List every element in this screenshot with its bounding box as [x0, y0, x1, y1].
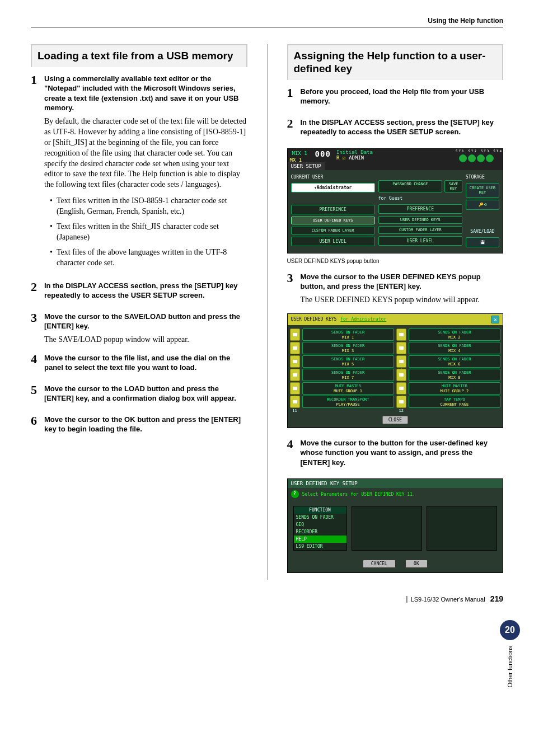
udk-key-label: SENDS ON FADERMIX 2 [409, 328, 500, 341]
step-text: The SAVE/LOAD popup window will appear. [44, 335, 247, 345]
user-defined-keys-button-guest[interactable]: USER DEFINED KEYS [378, 216, 462, 224]
ch-knob-icon [459, 154, 467, 162]
udk-title: USER DEFINED KEYS [291, 317, 337, 322]
step-number: 5 [31, 384, 40, 407]
step-number: 6 [31, 415, 40, 438]
udk-key-button[interactable]: 10 [396, 382, 406, 395]
function-option[interactable]: GEQ [294, 521, 346, 528]
udk-key-label: SENDS ON FADERMIX 3 [302, 342, 394, 354]
step-title: Move the cursor to the LOAD button and p… [44, 384, 247, 403]
step-text: By default, the character code set of th… [44, 116, 247, 190]
step-title: Move the cursor to the USER DEFINED KEYS… [301, 272, 504, 292]
step-number: 3 [31, 312, 40, 345]
ch-knob-icon [486, 154, 494, 162]
left-column: Loading a text file from a USB memory 1 … [31, 44, 247, 580]
udk-key-button[interactable]: 1 [290, 328, 300, 341]
user-level-button[interactable]: USER LEVEL [291, 237, 375, 246]
udk-key-button[interactable]: 9 [290, 382, 300, 395]
usb-key-icon[interactable]: 🔑⟲ [466, 200, 499, 210]
screenshot-caption: USER DEFINED KEYS popup button [287, 258, 504, 264]
left-heading: Loading a text file from a USB memory [31, 44, 247, 67]
preference-button-guest[interactable]: PREFERENCE [378, 204, 462, 214]
udk-key-label: SENDS ON FADERMIX 4 [409, 342, 500, 354]
udk-key-button[interactable]: 7 [290, 369, 300, 381]
step-title: In the DISPLAY ACCESS section, press the… [301, 118, 504, 137]
step-bullets: Text files written in the ISO-8859-1 cha… [44, 196, 247, 268]
left-step-6: 6 Move the cursor to the OK button and p… [31, 415, 247, 438]
udk-key-label: MUTE MASTERMUTE GROUP 1 [302, 382, 394, 395]
close-icon[interactable]: ✕ [491, 316, 499, 323]
ch-labels: ST1 ST2 ST3 ST4 [456, 149, 503, 153]
bullet-item: Text files written in the ISO-8859-1 cha… [50, 196, 247, 217]
udk-key-button[interactable]: 5 [290, 355, 300, 368]
udk-key-button[interactable]: 3 [290, 342, 300, 354]
udk-key-button[interactable]: 12 [396, 396, 406, 408]
function-option[interactable]: LS9 EDITOR [294, 543, 346, 550]
scene-number: 000 [312, 149, 334, 161]
step-number: 3 [287, 272, 296, 306]
setup-hint-text: Select Parameters for USER DEFINED KEY 1… [302, 492, 415, 497]
create-user-key-button[interactable]: CREATE USER KEY [466, 183, 499, 198]
left-step-3: 3 Move the cursor to the SAVE/LOAD butto… [31, 312, 247, 345]
udk-key-button[interactable]: 4 [396, 342, 406, 354]
storage-label: STORAGE [466, 173, 499, 181]
ch-knob-icon [468, 154, 476, 162]
right-column: Assigning the Help function to a user-de… [287, 44, 504, 580]
cancel-button[interactable]: CANCEL [363, 560, 396, 568]
bus-label-top: MIX 1 [290, 149, 310, 157]
save-load-label: SAVE/LOAD [466, 228, 499, 235]
step-title: Move the cursor to the SAVE/LOAD button … [44, 312, 247, 331]
setup-title: USER DEFINED KEY SETUP [288, 479, 503, 488]
function-option[interactable]: RECORDER [294, 528, 346, 536]
udk-key-label: SENDS ON FADERMIX 6 [409, 355, 500, 368]
password-change-button[interactable]: PASSWORD CHANGE [378, 180, 442, 192]
administrator-button[interactable]: ▾Administrator [291, 183, 375, 192]
step-title: Move the cursor to the button for the us… [301, 438, 504, 468]
udk-key-button[interactable]: 2 [396, 328, 406, 341]
close-button[interactable]: CLOSE [382, 416, 408, 424]
right-step-4: 4 Move the cursor to the button for the … [287, 438, 504, 471]
step-title: Move the cursor to the file list, and us… [44, 353, 247, 373]
step-number: 4 [287, 438, 296, 471]
user-setup-screenshot: MIX 1 MX 1 000 Initial Data R ☑ADMIN ST1… [287, 148, 504, 253]
udk-key-button[interactable]: 8 [396, 369, 406, 381]
page-number: 219 [490, 594, 503, 603]
scene-name: Initial Data [336, 149, 373, 155]
scene-admin: ADMIN [349, 155, 364, 161]
step-title: Move the cursor to the OK button and pre… [44, 415, 247, 434]
param-box-2 [427, 506, 497, 551]
scene-readonly: R ☑ [336, 155, 345, 161]
user-defined-keys-button[interactable]: USER DEFINED KEYS [291, 217, 375, 224]
function-option-selected[interactable]: HELP [294, 536, 346, 543]
ok-button[interactable]: OK [405, 560, 428, 568]
custom-fader-layer-button[interactable]: CUSTOM FADER LAYER [291, 227, 375, 234]
function-header: FUNCTION [294, 506, 346, 514]
udk-key-label: RECORDER TRANSPORTPLAY/PAUSE [302, 396, 394, 408]
udk-key-label: SENDS ON FADERMIX 8 [409, 369, 500, 381]
step-number: 1 [287, 87, 296, 110]
left-step-4: 4 Move the cursor to the file list, and … [31, 353, 247, 376]
udk-key-button[interactable]: 11 [290, 396, 300, 408]
column-divider [267, 44, 268, 580]
custom-fader-layer-button-guest[interactable]: CUSTOM FADER LAYER [378, 226, 462, 234]
param-box-1 [352, 506, 422, 551]
udk-key-button[interactable]: 6 [396, 355, 406, 368]
screen-tab: USER SETUP [288, 162, 325, 170]
preference-button[interactable]: PREFERENCE [291, 205, 375, 214]
udk-setup-screenshot: USER DEFINED KEY SETUP ?Select Parameter… [287, 478, 504, 573]
right-heading: Assigning the Help function to a user-de… [287, 44, 504, 80]
user-level-button-guest[interactable]: USER LEVEL [378, 236, 462, 246]
left-step-2: 2 In the DISPLAY ACCESS section, press t… [31, 281, 247, 304]
udk-popup-screenshot: USER DEFINED KEYS for Administrator ✕ 13… [287, 313, 504, 428]
manual-title: LS9-16/32 Owner's Manual [411, 596, 485, 603]
save-load-button[interactable]: 💾 [466, 237, 499, 247]
save-key-button[interactable]: SAVE KEY [444, 180, 462, 192]
step-number: 1 [31, 74, 40, 273]
udk-key-label: SENDS ON FADERMIX 5 [302, 355, 394, 368]
udk-key-label: SENDS ON FADERMIX 7 [302, 369, 394, 381]
udk-key-label: TAP TEMPOCURRENT PAGE [409, 396, 500, 408]
for-guest-label: for Guest [378, 195, 462, 202]
function-list[interactable]: FUNCTION SENDS ON FADER GEQ RECORDER HEL… [293, 506, 347, 551]
function-option[interactable]: SENDS ON FADER [294, 514, 346, 521]
udk-key-label: SENDS ON FADERMIX 1 [302, 328, 394, 341]
